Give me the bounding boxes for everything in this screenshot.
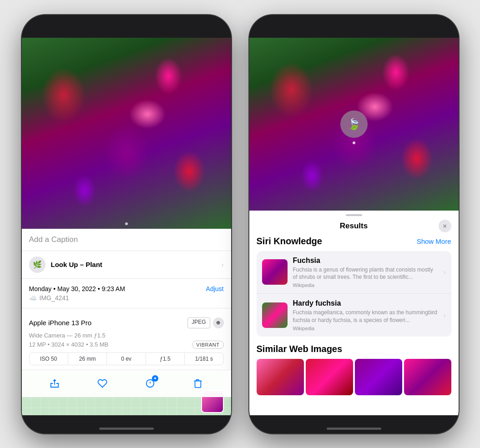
focal-value: 26 mm	[68, 353, 107, 365]
lookup-row[interactable]: 🌿 Look Up – Plant ›	[22, 251, 231, 279]
jpeg-badge: JPEG	[187, 317, 210, 328]
hardy-name: Hardy fuchsia	[293, 299, 438, 307]
siri-knowledge-title: Siri Knowledge	[257, 236, 322, 247]
left-screen: Add a Caption 🌿 Look Up – Plant › Monday…	[22, 38, 231, 415]
share-button[interactable]	[45, 374, 64, 393]
photo-display[interactable]	[22, 38, 231, 229]
siri-knowledge-header: Siri Knowledge Show More	[257, 236, 451, 247]
vibrant-badge: VIBRANT	[192, 341, 223, 349]
caption-placeholder: Add a Caption	[29, 235, 78, 244]
hardy-desc: Fuchsia magellanica, commonly known as t…	[293, 309, 438, 324]
lookup-icon: 🌿	[29, 257, 45, 273]
show-more-button[interactable]: Show More	[417, 237, 451, 245]
camera-section: Apple iPhone 13 Pro JPEG ⊕ Wide Camera —…	[22, 308, 231, 371]
aperture-value: ƒ1.5	[146, 353, 185, 365]
photo-toolbar: ✦	[22, 370, 231, 397]
fuchsia-name: Fuchsia	[293, 257, 438, 265]
cloud-icon: ☁️	[29, 294, 37, 302]
fuchsia-desc: Fuchsia is a genus of flowering plants t…	[293, 266, 438, 282]
filename: IMG_4241	[40, 294, 69, 302]
date-text: Monday • May 30, 2022 • 9:23 AM	[29, 285, 125, 292]
adjust-button[interactable]: Adjust	[206, 285, 224, 292]
caption-area[interactable]: Add a Caption	[22, 229, 231, 251]
date-section: Monday • May 30, 2022 • 9:23 AM Adjust ☁…	[22, 279, 231, 308]
home-indicator[interactable]	[99, 428, 154, 430]
shutter-value: 1/181 s	[185, 353, 223, 365]
page-indicator	[125, 222, 128, 225]
hardy-source: Wikipedia	[293, 326, 438, 331]
fuchsia-text: Fuchsia Fuchsia is a genus of flowering …	[293, 257, 438, 288]
delete-button[interactable]	[189, 374, 207, 393]
info-button[interactable]: ✦	[141, 374, 159, 393]
fuchsia-thumbnail	[262, 259, 288, 285]
similar-section: Similar Web Images	[257, 344, 451, 395]
iso-value: ISO 50	[30, 353, 68, 365]
similar-image-3[interactable]	[355, 359, 402, 395]
location-icon: ⊕	[213, 317, 224, 328]
notch	[327, 20, 381, 32]
similar-image-4[interactable]	[404, 359, 451, 395]
results-sheet: Results × Siri Knowledge Show More Fuchs…	[249, 211, 459, 395]
photo-display-right[interactable]: 🍃	[249, 38, 459, 211]
results-title: Results	[340, 221, 368, 231]
knowledge-item-fuchsia[interactable]: Fuchsia Fuchsia is a genus of flowering …	[257, 251, 451, 294]
ev-value: 0 ev	[107, 353, 146, 365]
right-screen: 🍃 Results × Siri Knowledge Show More	[249, 38, 459, 415]
wide-camera: Wide Camera — 26 mm ƒ1.5	[29, 332, 224, 339]
similar-title: Similar Web Images	[257, 344, 451, 354]
favorite-button[interactable]	[93, 374, 111, 393]
camera-model: Apple iPhone 13 Pro	[29, 319, 92, 327]
hardy-text: Hardy fuchsia Fuchsia magellanica, commo…	[293, 299, 438, 331]
similar-image-1[interactable]	[257, 359, 304, 395]
info-badge: ✦	[152, 375, 158, 382]
lookup-indicator-dot	[353, 141, 355, 144]
knowledge-item-hardy[interactable]: Hardy fuchsia Fuchsia magellanica, commo…	[257, 294, 451, 337]
home-indicator[interactable]	[327, 428, 381, 430]
visual-lookup-button[interactable]: 🍃	[340, 111, 368, 138]
close-button[interactable]: ×	[439, 220, 451, 232]
hardy-thumbnail	[262, 302, 288, 328]
notch	[99, 20, 154, 32]
chevron-right-icon: ›	[444, 312, 446, 319]
left-phone: Add a Caption 🌿 Look Up – Plant › Monday…	[22, 15, 231, 433]
right-phone: 🍃 Results × Siri Knowledge Show More	[249, 15, 459, 433]
resolution: 12 MP • 3024 × 4032 • 3.5 MB	[29, 341, 109, 348]
leaf-icon: 🍃	[347, 118, 361, 131]
fuchsia-source: Wikipedia	[293, 282, 438, 288]
lookup-label: Look Up – Plant	[51, 261, 102, 268]
exif-row: ISO 50 26 mm 0 ev ƒ1.5 1/181 s	[29, 352, 224, 365]
results-content: Siri Knowledge Show More Fuchsia Fuchsia…	[249, 236, 459, 395]
knowledge-card: Fuchsia Fuchsia is a genus of flowering …	[257, 251, 451, 337]
results-header: Results ×	[249, 216, 459, 236]
similar-images-grid	[257, 359, 451, 395]
chevron-right-icon: ›	[444, 268, 446, 276]
chevron-right-icon: ›	[222, 261, 224, 268]
similar-image-2[interactable]	[306, 359, 353, 395]
